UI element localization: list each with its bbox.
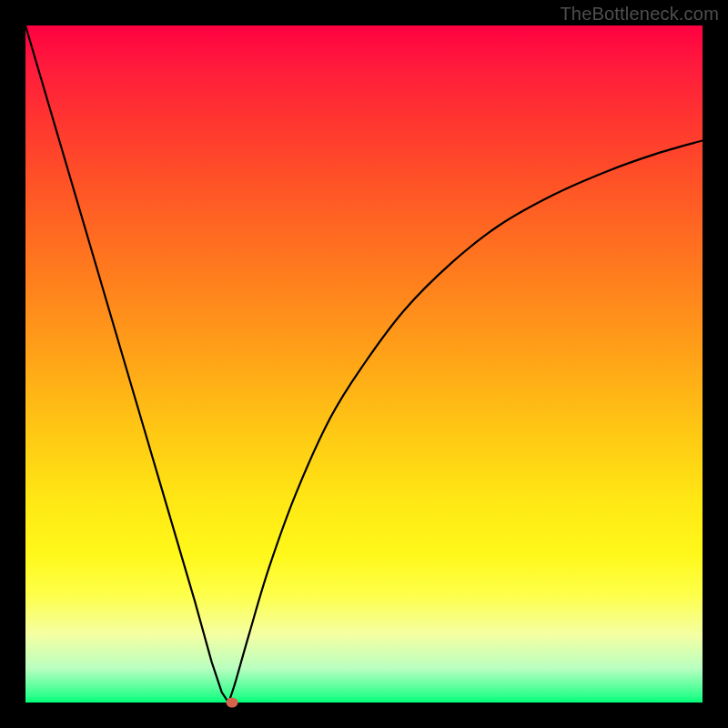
plot-area: [25, 25, 703, 703]
bottleneck-curve: [25, 25, 703, 703]
watermark-text: TheBottleneck.com: [560, 4, 719, 25]
chart-frame: TheBottleneck.com: [0, 0, 728, 728]
optimum-marker: [226, 698, 238, 708]
